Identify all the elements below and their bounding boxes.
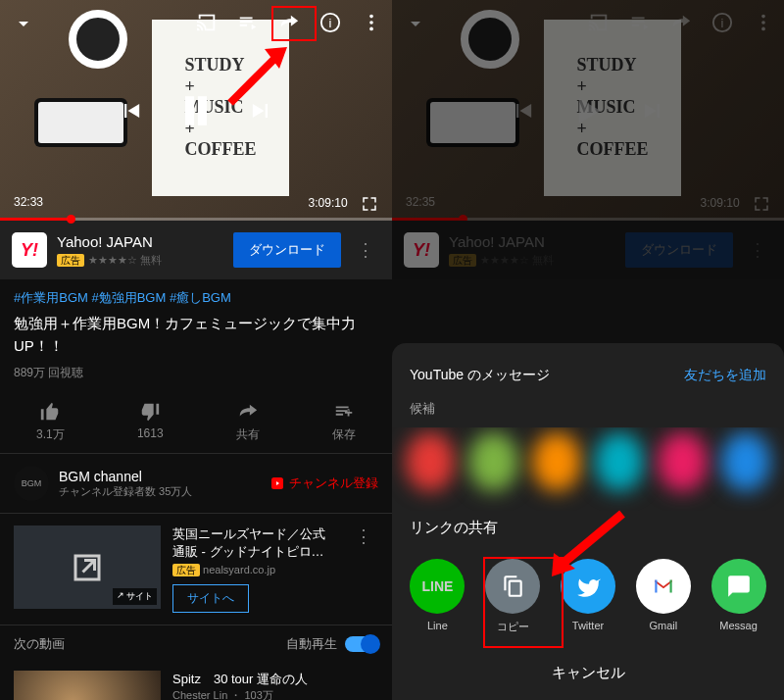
contact-avatar[interactable] (658, 432, 707, 491)
share-message[interactable]: Messag (711, 559, 766, 634)
ad-tag: 広告 (57, 254, 84, 267)
channel-row[interactable]: BGM BGM channel チャンネル登録者数 35万人 チャンネル登録 (0, 454, 392, 514)
promo-info: 英国ニールズヤード／公式通販 - グッドナイトピロ… 広告 nealsyard.… (172, 525, 337, 613)
action-bar: 3.1万 1613 共有 保存 (0, 391, 392, 454)
svg-point-4 (369, 27, 373, 31)
suggest-label: 候補 (392, 392, 784, 427)
dim-overlay (392, 0, 784, 221)
share-line[interactable]: LINELine (410, 559, 465, 634)
recommended-video[interactable]: Spitz 30 tour 運命の人 Chester Lin ・ 103万 (0, 663, 392, 700)
ad-banner: Y! Yahoo! JAPAN 広告 ★★★★☆ 無料 ダウンロード ⋮ (392, 221, 784, 279)
total-time: 3:09:10 (309, 196, 348, 210)
video-player: STUDY+MUSIC+COFFEE i 32:35 3:09:10 (392, 0, 784, 221)
goto-site-button[interactable]: サイトへ (172, 584, 249, 613)
annotation-arrow (544, 504, 632, 582)
msg-label: YouTube のメッセージ (410, 367, 550, 384)
fullscreen-icon[interactable] (361, 195, 378, 213)
download-button[interactable]: ダウンロード (233, 232, 341, 268)
video-title[interactable]: 勉強用＋作業用BGM！カフェミュージックで集中力UP！！ (0, 309, 392, 361)
ad-price: 無料 (140, 254, 162, 266)
cancel-button[interactable]: キャンセル (392, 646, 784, 700)
autoplay-toggle[interactable] (345, 636, 378, 652)
subscribe-button[interactable]: チャンネル登録 (270, 475, 378, 492)
share-sheet: YouTube のメッセージ 友だちを追加 候補 リンクの共有 LINELine… (392, 343, 784, 700)
promo-card[interactable]: ↗ サイト 英国ニールズヤード／公式通販 - グッドナイトピロ… 広告 neal… (0, 514, 392, 625)
video-content (34, 98, 127, 147)
add-friend-link[interactable]: 友だちを追加 (684, 367, 766, 384)
ad-brand: Yahoo! JAPAN (57, 233, 223, 250)
ad-more-icon[interactable]: ⋮ (351, 239, 380, 261)
promo-title: 英国ニールズヤード／公式通販 - グッドナイトピロ… (172, 525, 337, 561)
autoplay-label: 自動再生 (286, 635, 337, 653)
next-label: 次の動画 (14, 635, 65, 653)
hashtags[interactable]: #作業用BGM #勉強用BGM #癒しBGM (0, 279, 392, 309)
svg-text:i: i (329, 16, 332, 30)
current-time: 32:33 (14, 195, 43, 213)
queue-icon[interactable] (237, 12, 259, 33)
site-badge: ↗ サイト (113, 588, 157, 605)
contact-avatar[interactable] (406, 432, 455, 491)
rec-info: Spitz 30 tour 運命の人 Chester Lin ・ 103万 (172, 671, 378, 700)
more-icon[interactable] (361, 12, 382, 33)
view-count: 889万 回視聴 (0, 361, 392, 391)
ad-rating: ★★★★☆ (88, 254, 137, 266)
share-button[interactable]: 共有 (236, 401, 260, 443)
progress-bar[interactable] (0, 218, 392, 221)
left-panel: STUDY+MUSIC+COFFEE i 32:33 3:09:10 Y! Ya… (0, 0, 392, 700)
rec-title: Spitz 30 tour 運命の人 (172, 671, 378, 688)
channel-avatar: BGM (14, 466, 49, 501)
like-button[interactable]: 3.1万 (36, 401, 65, 443)
contact-avatar[interactable] (721, 432, 770, 491)
video-content (69, 10, 127, 69)
svg-point-2 (369, 15, 373, 19)
ad-banner: Y! Yahoo! JAPAN 広告 ★★★★☆ 無料 ダウンロード ⋮ (0, 221, 392, 279)
save-button[interactable]: 保存 (332, 401, 356, 443)
up-next-header: 次の動画 自動再生 (0, 625, 392, 663)
channel-name: BGM channel (59, 469, 260, 484)
rec-thumb (14, 671, 161, 700)
rec-channel: Chester Lin (172, 689, 227, 700)
channel-info: BGM channel チャンネル登録者数 35万人 (59, 469, 260, 499)
promo-domain: nealsyard.co.jp (203, 564, 275, 575)
promo-more-icon[interactable]: ⋮ (349, 525, 378, 613)
contact-avatar[interactable] (468, 432, 517, 491)
ad-logo: Y! (12, 232, 47, 268)
contact-avatar[interactable] (595, 432, 644, 491)
svg-point-3 (369, 21, 373, 25)
contact-suggestions[interactable] (392, 427, 784, 511)
info-icon[interactable]: i (319, 12, 341, 33)
message-header: YouTube のメッセージ 友だちを追加 (392, 359, 784, 392)
ad-info: Yahoo! JAPAN 広告 ★★★★☆ 無料 (57, 233, 223, 268)
rec-views: 103万 (244, 689, 272, 700)
contact-avatar[interactable] (532, 432, 581, 491)
dislike-button[interactable]: 1613 (137, 401, 164, 443)
cast-icon[interactable] (196, 12, 218, 33)
share-gmail[interactable]: Gmail (636, 559, 691, 634)
promo-thumb: ↗ サイト (14, 525, 161, 609)
time-display: 32:33 3:09:10 (0, 195, 392, 213)
channel-subs: チャンネル登録者数 35万人 (59, 484, 260, 499)
collapse-icon[interactable] (12, 12, 35, 35)
prev-icon[interactable] (118, 97, 145, 125)
annotation-box (271, 6, 317, 41)
video-player[interactable]: STUDY+MUSIC+COFFEE i 32:33 3:09:10 (0, 0, 392, 221)
dim-overlay (392, 221, 784, 279)
annotation-arrow (220, 39, 299, 108)
pause-icon[interactable] (174, 89, 218, 132)
right-panel: STUDY+MUSIC+COFFEE i 32:35 3:09:10 Y! Ya… (392, 0, 784, 700)
